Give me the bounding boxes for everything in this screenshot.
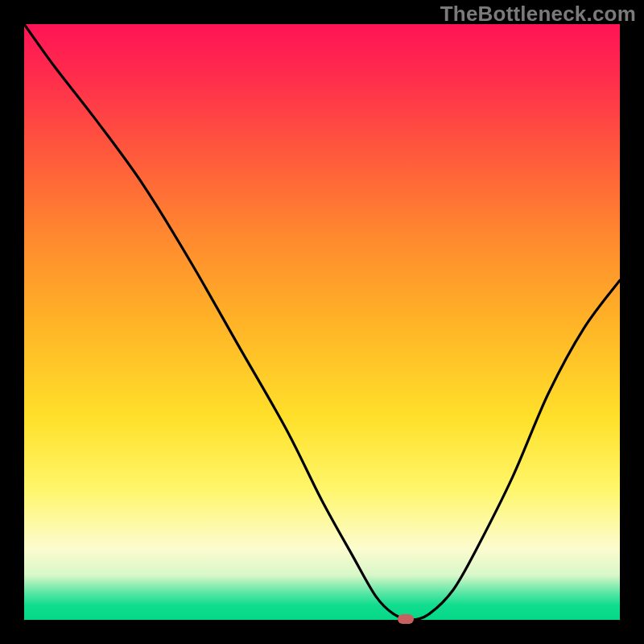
bottleneck-curve — [24, 24, 620, 620]
watermark-text: TheBottleneck.com — [440, 2, 636, 27]
optimal-point-marker — [398, 614, 414, 624]
plot-area — [24, 24, 620, 620]
chart-stage: TheBottleneck.com — [0, 0, 644, 644]
curve-path — [24, 24, 620, 620]
